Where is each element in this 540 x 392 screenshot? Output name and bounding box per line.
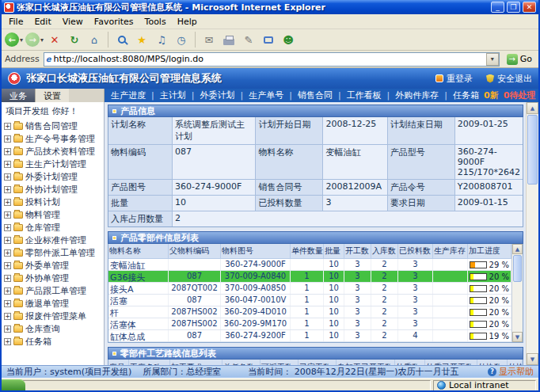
sidebar-tree-item[interactable]: + 零部件派工单管理 [4, 246, 104, 259]
column-header[interactable]: 可派工数 [260, 360, 299, 365]
column-header[interactable]: 生产库存 [433, 244, 468, 259]
sidebar-tree-item[interactable]: + 产品跟工单管理 [4, 284, 104, 297]
sidebar-tree-item[interactable]: + 缴退单管理 [4, 297, 104, 310]
home-button[interactable]: ⌂ [86, 30, 103, 49]
menu-item[interactable]: Help [172, 17, 203, 27]
back-button[interactable]: ←▾ [5, 30, 23, 49]
nav-link[interactable]: 工作看板 [333, 89, 382, 101]
relogin-button[interactable]: 重登录 [435, 73, 473, 85]
sidebar-tree-item[interactable]: + 物料管理 [4, 208, 104, 221]
column-header[interactable]: 已投料数 [398, 244, 433, 259]
scrollbar-track[interactable] [512, 254, 523, 332]
maximize-button[interactable]: ❐ [507, 2, 520, 13]
column-header[interactable]: 工序名称 [129, 360, 170, 365]
history-button[interactable]: ◷ [173, 30, 190, 49]
sidebar-tree-item[interactable]: + 投料计划 [4, 196, 104, 208]
address-dropdown-icon[interactable]: ▾ [486, 53, 499, 66]
expand-plus-icon[interactable]: + [4, 287, 11, 295]
sidebar-tree-item[interactable]: + 主生产计划管理 [4, 158, 104, 170]
scrollbar-thumb[interactable] [527, 115, 538, 185]
address-input[interactable] [54, 54, 486, 65]
table-row[interactable]: G36接头 087 370-009-A0840 1 10 3 2 3 [108, 271, 511, 283]
table-row[interactable]: 活塞 087 360-047-0010V 1 10 3 2 3 [108, 295, 511, 306]
scrollbar-thumb[interactable] [513, 255, 522, 282]
menu-item[interactable]: File [3, 17, 29, 27]
column-header[interactable]: 物料名称 [108, 244, 169, 259]
edit-button[interactable]: ✎ [240, 30, 257, 49]
column-header[interactable]: 批量 [324, 244, 344, 259]
menu-item[interactable]: View [57, 17, 89, 27]
refresh-button[interactable]: ↻ [66, 30, 83, 49]
table-row[interactable]: 缸体总成 087 360-274-9200F 1 10 3 2 4 [108, 330, 511, 342]
expand-plus-icon[interactable]: + [4, 135, 11, 143]
table-row[interactable]: 接头A 2087QT002 370-009-A0850 1 10 3 2 3 [108, 283, 511, 295]
start-button-fragment[interactable] [2, 379, 25, 390]
scroll-up-button[interactable]: ▲ [512, 244, 523, 254]
media-button[interactable]: ♫ [153, 30, 170, 49]
messenger-button[interactable]: ☻ [280, 30, 297, 49]
sidebar-tree-item[interactable]: + 销售合同管理 [4, 120, 104, 132]
expand-plus-icon[interactable]: + [4, 338, 11, 345]
show-help-button[interactable]: ? 显示帮助 [488, 366, 534, 378]
column-header[interactable]: 外协数 [477, 360, 508, 365]
main-scrollbar[interactable]: ▲ ▼ [526, 102, 538, 365]
column-header[interactable]: 已完工数 [299, 360, 337, 365]
forward-dropdown-icon[interactable]: ▾ [40, 36, 44, 44]
expand-plus-icon[interactable]: + [4, 161, 11, 168]
column-header[interactable]: 开工数 [344, 244, 371, 259]
expand-plus-icon[interactable]: + [4, 224, 11, 231]
expand-plus-icon[interactable]: + [4, 199, 11, 206]
menu-item[interactable]: Tools [139, 17, 172, 27]
stop-button[interactable]: ✕ [46, 30, 63, 49]
favorites-button[interactable]: ★ [133, 30, 150, 49]
close-button[interactable]: ✕ [523, 2, 536, 13]
column-header[interactable]: 加工要求 [170, 360, 222, 365]
nav-link[interactable]: 任务箱 [439, 89, 479, 101]
column-header[interactable]: 序号 [108, 360, 129, 365]
forward-button[interactable]: →▾ [25, 30, 44, 49]
column-header[interactable]: 外委已开工数 [425, 360, 477, 365]
nav-link[interactable]: 生产单号 [234, 89, 283, 101]
nav-link[interactable]: 生产进度 [111, 89, 146, 101]
column-header[interactable]: 总任务数 [222, 360, 260, 365]
expand-plus-icon[interactable]: + [4, 300, 11, 307]
scroll-down-button[interactable]: ▼ [527, 353, 538, 365]
table-row[interactable]: 活塞体 2087HS002 360-209-9M170 1 10 3 2 3 [108, 318, 511, 330]
scroll-down-button[interactable]: ▼ [512, 332, 523, 342]
expand-plus-icon[interactable]: + [4, 148, 11, 155]
expand-plus-icon[interactable]: + [4, 313, 11, 320]
sidebar-tree-item[interactable]: + 外委单管理 [4, 259, 104, 272]
scrollbar-track[interactable] [527, 114, 538, 353]
expand-plus-icon[interactable]: + [4, 275, 11, 282]
expand-plus-icon[interactable]: + [4, 173, 11, 181]
column-header[interactable]: 加工进度 [468, 244, 511, 259]
menu-item[interactable]: Favorites [89, 17, 139, 27]
menu-item[interactable]: Edit [29, 17, 56, 27]
sidebar-tree-item[interactable]: + 报废件管理菜单 [4, 310, 104, 322]
column-header[interactable]: 外协已开工数 [508, 360, 523, 365]
sidebar-tree-item[interactable]: + 外协计划管理 [4, 183, 104, 196]
expand-plus-icon[interactable]: + [4, 325, 11, 333]
parts-table-scrollbar[interactable]: ▲ ▼ [511, 244, 523, 342]
column-header[interactable]: 自加工已开工数 [337, 360, 395, 365]
nav-link[interactable]: 主计划 [146, 89, 186, 101]
logout-button[interactable]: 安全退出 [486, 73, 532, 85]
go-button[interactable]: → Go [504, 54, 535, 65]
sidebar-tree-item[interactable]: + 企业标准件管理 [4, 234, 104, 246]
sidebar-tree-item[interactable]: + 任务箱 [4, 335, 104, 348]
back-dropdown-icon[interactable]: ▾ [20, 36, 23, 44]
sidebar-tree-item[interactable]: + 仓库管理 [4, 221, 104, 234]
column-header[interactable]: 外委数 [395, 360, 425, 365]
expand-plus-icon[interactable]: + [4, 249, 11, 257]
sidebar-tree-item[interactable]: + 外协单管理 [4, 272, 104, 284]
tab-business[interactable]: 业务 [2, 89, 35, 102]
expand-plus-icon[interactable]: + [4, 211, 11, 219]
minimize-button[interactable]: _ [491, 2, 504, 13]
expand-plus-icon[interactable]: + [4, 186, 11, 193]
nav-link[interactable]: 外委计划 [186, 89, 235, 101]
mail-button[interactable]: ✉ [200, 30, 218, 49]
column-header[interactable]: 物料图号 [221, 244, 291, 259]
discuss-button[interactable] [260, 30, 277, 49]
print-button[interactable] [220, 30, 238, 49]
column-header[interactable]: 父物料编码 [169, 244, 221, 259]
